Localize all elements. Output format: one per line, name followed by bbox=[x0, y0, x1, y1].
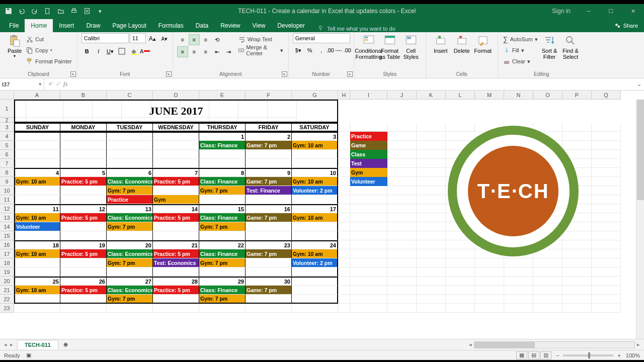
underline-icon[interactable]: U▾ bbox=[105, 46, 116, 57]
cell[interactable] bbox=[199, 304, 246, 313]
delete-cells-button[interactable]: Delete bbox=[451, 33, 472, 54]
cell[interactable] bbox=[475, 286, 504, 295]
cell[interactable] bbox=[417, 141, 446, 150]
legend-test[interactable]: Test bbox=[350, 159, 387, 168]
cell[interactable] bbox=[292, 295, 338, 304]
cell[interactable]: Class: Finance bbox=[199, 249, 246, 258]
font-color-icon[interactable]: A bbox=[139, 46, 150, 57]
cell[interactable] bbox=[475, 267, 504, 277]
fill-button[interactable]: Fill▾ bbox=[502, 45, 539, 55]
col-header[interactable]: P bbox=[562, 90, 592, 100]
cell[interactable] bbox=[199, 195, 246, 204]
cell[interactable] bbox=[592, 168, 621, 177]
cell[interactable]: 5 bbox=[60, 168, 107, 177]
row-header[interactable]: 5 bbox=[0, 141, 14, 150]
format-painter-button[interactable]: Format Painter bbox=[25, 56, 73, 66]
format-cells-button[interactable]: Format bbox=[472, 33, 494, 54]
col-header[interactable]: H bbox=[338, 90, 350, 100]
cell[interactable] bbox=[292, 222, 338, 231]
cell[interactable]: 28 bbox=[153, 277, 199, 286]
cell[interactable]: SATURDAY bbox=[292, 123, 338, 132]
cell[interactable]: Gym: 10 am bbox=[14, 213, 60, 222]
cell[interactable] bbox=[292, 304, 338, 313]
row-header[interactable]: 18 bbox=[0, 258, 14, 267]
cell[interactable] bbox=[592, 132, 621, 141]
cell[interactable] bbox=[387, 267, 417, 277]
comma-icon[interactable]: , bbox=[316, 45, 327, 56]
expand-formula-icon[interactable]: ⌄ bbox=[634, 81, 644, 87]
cell[interactable] bbox=[417, 132, 446, 141]
cell[interactable] bbox=[338, 141, 350, 150]
cell[interactable] bbox=[504, 267, 533, 277]
tab-data[interactable]: Data bbox=[190, 19, 214, 32]
cell[interactable] bbox=[562, 286, 592, 295]
cell[interactable]: 22 bbox=[199, 240, 246, 249]
cell[interactable] bbox=[417, 222, 446, 231]
cell[interactable]: 16 bbox=[246, 204, 292, 213]
cell[interactable] bbox=[153, 231, 199, 240]
zoom-out-icon[interactable]: − bbox=[556, 352, 559, 358]
cell[interactable] bbox=[504, 277, 533, 286]
cell[interactable] bbox=[153, 304, 199, 313]
save-icon[interactable] bbox=[3, 6, 14, 17]
cell[interactable] bbox=[60, 141, 107, 150]
cell[interactable] bbox=[14, 304, 60, 313]
cell[interactable] bbox=[60, 222, 107, 231]
cell[interactable]: 27 bbox=[107, 277, 153, 286]
cell[interactable]: Practice: 5 pm bbox=[60, 249, 107, 258]
cut-button[interactable]: Cut bbox=[25, 34, 73, 44]
cell[interactable]: Class: Economics bbox=[107, 249, 153, 258]
cell[interactable] bbox=[504, 295, 533, 304]
cell[interactable] bbox=[387, 222, 417, 231]
cell[interactable] bbox=[107, 267, 153, 277]
cell[interactable]: Practice bbox=[107, 195, 153, 204]
cell[interactable] bbox=[350, 222, 387, 231]
cell[interactable] bbox=[387, 159, 417, 168]
cell[interactable]: 30 bbox=[246, 277, 292, 286]
cell[interactable] bbox=[246, 195, 292, 204]
cell[interactable] bbox=[350, 195, 387, 204]
increase-indent-icon[interactable]: ⇥ bbox=[223, 46, 234, 57]
cell[interactable]: TUESDAY bbox=[107, 123, 153, 132]
cell[interactable] bbox=[592, 195, 621, 204]
tab-pagelayout[interactable]: Page Layout bbox=[106, 19, 152, 32]
cell[interactable] bbox=[14, 231, 60, 240]
paste-button[interactable]: Paste▼ bbox=[4, 33, 25, 58]
cell[interactable] bbox=[338, 267, 350, 277]
close-icon[interactable]: ✕ bbox=[622, 4, 644, 18]
cell[interactable] bbox=[592, 277, 621, 286]
cell[interactable] bbox=[14, 186, 60, 195]
cell[interactable] bbox=[350, 213, 387, 222]
col-header[interactable]: J bbox=[387, 90, 417, 100]
row-header[interactable]: 10 bbox=[0, 186, 14, 195]
align-right-icon[interactable]: ≡ bbox=[200, 46, 211, 57]
vertical-scrollbar[interactable] bbox=[636, 100, 644, 339]
cell[interactable] bbox=[562, 267, 592, 277]
cell[interactable] bbox=[475, 295, 504, 304]
cell[interactable] bbox=[14, 295, 60, 304]
cell[interactable] bbox=[417, 195, 446, 204]
undo-icon[interactable] bbox=[16, 6, 27, 17]
cell[interactable]: 6 bbox=[107, 168, 153, 177]
name-box[interactable]: ▾ bbox=[0, 78, 44, 90]
cell[interactable] bbox=[153, 295, 199, 304]
cell[interactable]: THURSDAY bbox=[199, 123, 246, 132]
cell[interactable] bbox=[387, 177, 417, 186]
cell[interactable] bbox=[338, 195, 350, 204]
cell[interactable] bbox=[14, 150, 60, 159]
qat-more-icon[interactable]: ▾ bbox=[95, 6, 106, 17]
tab-draw[interactable]: Draw bbox=[80, 19, 106, 32]
cell[interactable]: MONDAY bbox=[60, 123, 107, 132]
cell[interactable] bbox=[338, 277, 350, 286]
share-button[interactable]: Share bbox=[608, 19, 644, 32]
cell[interactable] bbox=[387, 213, 417, 222]
cell[interactable]: 21 bbox=[153, 240, 199, 249]
cell[interactable]: Practice: 5 pm bbox=[153, 213, 199, 222]
open-icon[interactable] bbox=[55, 6, 66, 17]
cell[interactable] bbox=[417, 123, 446, 132]
cell[interactable] bbox=[246, 222, 292, 231]
cell[interactable]: Gym: 10 am bbox=[292, 249, 338, 258]
cell[interactable] bbox=[387, 150, 417, 159]
cell[interactable] bbox=[533, 304, 562, 313]
preview-icon[interactable] bbox=[82, 6, 93, 17]
